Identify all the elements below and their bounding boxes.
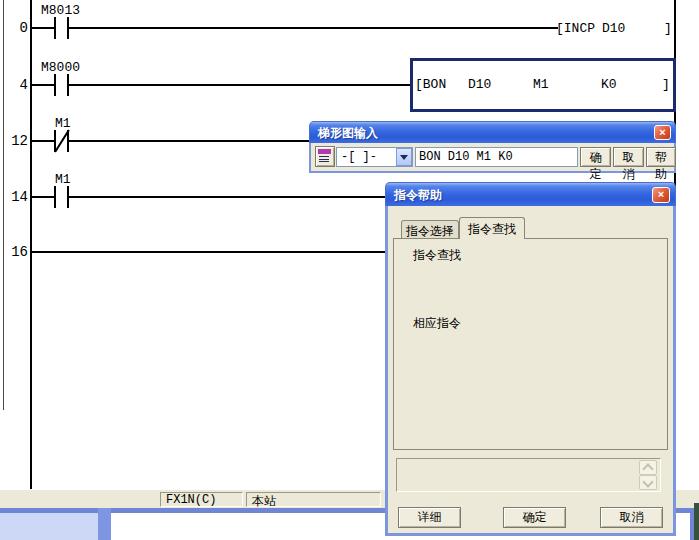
cancel-button[interactable]: 取消: [613, 147, 644, 167]
close-icon[interactable]: ×: [654, 125, 671, 140]
contact-label: M8013: [41, 3, 80, 18]
step-number: 16: [0, 244, 28, 260]
help-body: 指令选择 指令查找 指令查找 前方一致 部分一致 相应指令 详细 确定 取消: [385, 206, 676, 536]
ladder-input-body: -[ ]- 确定 取消 帮助: [309, 143, 676, 173]
tab-instruction-search[interactable]: 指令查找: [459, 217, 525, 239]
step-number: 14: [0, 189, 28, 205]
cancel-button[interactable]: 取消: [600, 507, 663, 528]
instruction-operand[interactable]: D10: [602, 21, 625, 36]
instruction-operand[interactable]: D10: [468, 77, 491, 92]
step-number: 4: [0, 77, 28, 93]
symbol-tool-button[interactable]: [315, 146, 335, 167]
scroll-down-button[interactable]: [639, 475, 657, 490]
instruction-help-dialog: 指令帮助 × 指令选择 指令查找 指令查找 前方一致 部分一致 相应指令 详细 …: [385, 182, 676, 536]
screen: 0 M8013 [INCP D10 ] 4 M8000 [BON D10 M1 …: [0, 0, 699, 540]
instruction-close-bracket: ]: [662, 77, 670, 92]
left-power-rail: [30, 0, 32, 489]
tab-instruction-select[interactable]: 指令选择: [401, 220, 459, 238]
tab-panel: [393, 238, 668, 450]
desktop-sliver: [694, 503, 699, 540]
scrollbar-block[interactable]: [98, 508, 111, 540]
chevron-up-icon: [642, 463, 653, 474]
contact-label: M1: [55, 116, 71, 131]
instruction-bon[interactable]: [BON: [415, 77, 446, 92]
chevron-down-icon[interactable]: [396, 148, 412, 166]
scrollbar-thumb-block[interactable]: [0, 513, 98, 540]
contact-bar[interactable]: [67, 74, 69, 96]
rung-wire: [31, 84, 54, 86]
ladder-input-dialog: 梯形图输入 × -[ ]- 确定 取消 帮助: [309, 121, 676, 173]
step-number: 12: [0, 133, 28, 149]
instruction-incp[interactable]: [INCP: [556, 21, 595, 36]
chevron-down-icon: [642, 476, 653, 487]
left-margin-line: [3, 0, 4, 410]
ladder-symbol-icon: [318, 149, 331, 163]
ok-button[interactable]: 确定: [503, 507, 566, 528]
search-group-label: 指令查找: [410, 247, 464, 264]
help-title: 指令帮助: [394, 187, 442, 204]
rung-wire: [31, 140, 54, 142]
contact-label: M1: [55, 172, 71, 187]
scroll-up-button[interactable]: [639, 460, 657, 475]
contact-label: M8000: [41, 60, 80, 75]
contact-bar[interactable]: [54, 17, 56, 39]
ladder-input-titlebar[interactable]: 梯形图输入 ×: [309, 121, 676, 143]
symbol-combobox[interactable]: -[ ]-: [336, 147, 413, 167]
help-titlebar[interactable]: 指令帮助 ×: [385, 182, 676, 206]
instruction-operand[interactable]: M1: [533, 77, 549, 92]
station-field: 本站: [246, 492, 381, 507]
ok-button[interactable]: 确定: [580, 147, 611, 167]
contact-bar[interactable]: [67, 17, 69, 39]
result-group-label: 相应指令: [410, 315, 464, 332]
contact-bar[interactable]: [54, 74, 56, 96]
instruction-close-bracket: ]: [664, 21, 672, 36]
close-icon[interactable]: ×: [652, 187, 670, 203]
instruction-operand[interactable]: K0: [601, 77, 617, 92]
rung-wire: [31, 196, 54, 198]
rung-wire: [69, 27, 558, 29]
description-box: [396, 458, 661, 492]
step-number: 0: [0, 20, 28, 36]
rung-wire: [69, 84, 410, 86]
instruction-input[interactable]: [415, 147, 578, 167]
rung-wire: [31, 27, 54, 29]
contact-bar[interactable]: [67, 186, 69, 208]
detail-button[interactable]: 详细: [398, 507, 461, 528]
plc-type-field: FX1N(C): [160, 492, 243, 507]
ladder-input-title: 梯形图输入: [318, 125, 378, 142]
contact-bar[interactable]: [54, 186, 56, 208]
help-button[interactable]: 帮助: [646, 147, 676, 167]
